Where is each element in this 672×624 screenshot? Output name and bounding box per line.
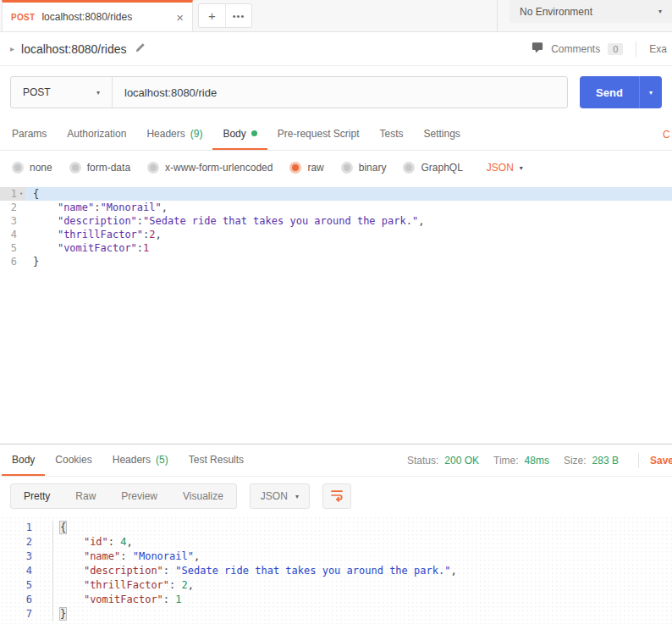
chevron-down-icon: ▾ (96, 89, 100, 97)
code-text: { (25, 187, 672, 201)
line-number: 6 (0, 255, 25, 268)
request-title-row: ▸ localhost:8080/rides Comments 0 Exa (0, 32, 672, 66)
response-language-selector[interactable]: JSON ▾ (250, 483, 310, 509)
line-number: 3 (0, 214, 25, 228)
code-line[interactable]: 2 "id": 4, (0, 535, 672, 549)
chevron-down-icon: ▾ (520, 164, 523, 172)
status-label: Status: (407, 455, 438, 467)
comment-icon[interactable] (532, 41, 543, 57)
modified-dot (251, 130, 257, 136)
radio-graphql[interactable]: GraphQL (403, 162, 462, 174)
environment-selector[interactable]: No Environment ▾ (510, 0, 672, 23)
code-text: "description": "Sedate ride that takes y… (52, 564, 672, 578)
body-language-selector[interactable]: JSON ▾ (487, 162, 523, 174)
send-button-group: Send ▾ (580, 76, 662, 108)
cookies-link[interactable]: C (663, 119, 670, 150)
line-number: 7 (0, 607, 52, 621)
response-body-viewer[interactable]: 1{2 "id": 4,3 "name": "Monorail",4 "desc… (0, 516, 672, 624)
code-line[interactable]: 1{ (0, 521, 672, 535)
line-number: 6 (0, 593, 52, 607)
method-value: POST (23, 86, 51, 98)
tab-headers[interactable]: Headers (9) (136, 119, 212, 150)
radio-icon (12, 162, 24, 174)
collapse-caret-icon[interactable]: ▸ (10, 44, 14, 53)
size-label: Size: (564, 455, 587, 467)
radio-raw[interactable]: raw (289, 162, 323, 174)
close-icon[interactable]: × (176, 10, 184, 25)
radio-none[interactable]: none (12, 162, 52, 174)
environment-label: No Environment (520, 6, 592, 18)
send-button[interactable]: Send (580, 76, 639, 108)
code-line[interactable]: 3 "description":"Sedate ride that takes … (0, 214, 672, 228)
body-type-row: none form-data x-www-form-urlencoded raw… (0, 151, 672, 185)
code-text: "name": "Monorail", (52, 549, 672, 564)
code-line[interactable]: 5 "vomitFactor":1 (0, 241, 672, 255)
view-raw[interactable]: Raw (63, 484, 108, 508)
code-line[interactable]: 3 "name": "Monorail", (0, 549, 672, 564)
method-selector[interactable]: POST ▾ (11, 77, 113, 108)
tab-tests[interactable]: Tests (369, 119, 413, 150)
code-line[interactable]: 7} (0, 607, 672, 621)
comments-count-badge: 0 (608, 43, 623, 55)
tab-actions: + ••• (198, 3, 252, 28)
request-title: localhost:8080/rides (21, 42, 127, 56)
code-line[interactable]: 5 "thrillFactor": 2, (0, 578, 672, 593)
request-body-editor[interactable]: 1▾{2 "name":"Monorail",3 "description":"… (0, 185, 672, 445)
view-pretty[interactable]: Pretty (11, 484, 63, 508)
view-visualize[interactable]: Visualize (170, 484, 236, 508)
response-tab-body[interactable]: Body (2, 445, 45, 476)
tab-method-badge: POST (11, 13, 35, 22)
line-number: 1 (0, 521, 52, 535)
line-number: 5 (0, 578, 52, 593)
code-line[interactable]: 6} (0, 255, 672, 268)
send-options-button[interactable]: ▾ (639, 76, 662, 108)
chevron-down-icon: ▾ (649, 89, 653, 97)
response-tab-headers[interactable]: Headers (5) (102, 445, 179, 476)
code-line[interactable]: 1▾{ (0, 187, 672, 201)
radio-form-data[interactable]: form-data (69, 162, 130, 174)
view-preview[interactable]: Preview (108, 484, 170, 508)
save-response-button[interactable]: Save (650, 455, 672, 467)
code-line[interactable]: 4 "description": "Sedate ride that takes… (0, 564, 672, 578)
response-tab-cookies[interactable]: Cookies (45, 445, 102, 476)
radio-x-www-form-urlencoded[interactable]: x-www-form-urlencoded (147, 162, 273, 174)
line-number: 1▾ (0, 187, 25, 201)
divider (638, 453, 639, 468)
line-number: 4 (0, 564, 52, 578)
request-tab[interactable]: POST localhost:8080/rides × (2, 0, 193, 31)
wrap-lines-icon (330, 488, 344, 505)
headers-count: (9) (190, 128, 203, 140)
code-line[interactable]: 2 "name":"Monorail", (0, 201, 672, 214)
tab-bar: POST localhost:8080/rides × + ••• No Env… (0, 0, 672, 32)
tab-settings[interactable]: Settings (414, 119, 471, 150)
tab-options-button[interactable]: ••• (225, 4, 251, 27)
radio-icon (69, 162, 81, 174)
title-row-actions: Comments 0 Exa (532, 41, 667, 57)
tab-params[interactable]: Params (2, 119, 57, 150)
tab-body[interactable]: Body (212, 119, 267, 150)
code-line[interactable]: 4 "thrillFactor":2, (0, 228, 672, 241)
tab-title: localhost:8080/rides (41, 11, 169, 23)
line-number: 2 (0, 201, 25, 214)
new-tab-button[interactable]: + (199, 4, 225, 27)
tab-pre-request-script[interactable]: Pre-request Script (267, 119, 370, 150)
chevron-down-icon: ▾ (658, 8, 662, 15)
radio-icon (341, 162, 353, 174)
wrap-lines-button[interactable] (322, 483, 351, 509)
radio-binary[interactable]: binary (341, 162, 387, 174)
tab-authorization[interactable]: Authorization (57, 119, 136, 150)
chevron-down-icon: ▾ (295, 493, 299, 500)
comments-label[interactable]: Comments (551, 43, 600, 55)
response-status-group: Status: 200 OK Time: 48ms Size: 283 B Sa… (407, 445, 672, 476)
code-line[interactable]: 6 "vomitFactor": 1 (0, 593, 672, 607)
url-builder-row: POST ▾ Send ▾ (0, 66, 672, 119)
fold-caret-icon[interactable]: ▾ (17, 187, 25, 201)
line-number: 4 (0, 228, 25, 241)
radio-icon (147, 162, 159, 174)
response-tab-test-results[interactable]: Test Results (179, 445, 254, 476)
code-text: "id": 4, (52, 535, 672, 549)
response-view-switcher: Pretty Raw Preview Visualize (10, 483, 237, 509)
edit-icon[interactable] (135, 41, 146, 57)
examples-link[interactable]: Exa (649, 43, 667, 55)
url-input[interactable] (113, 77, 567, 108)
